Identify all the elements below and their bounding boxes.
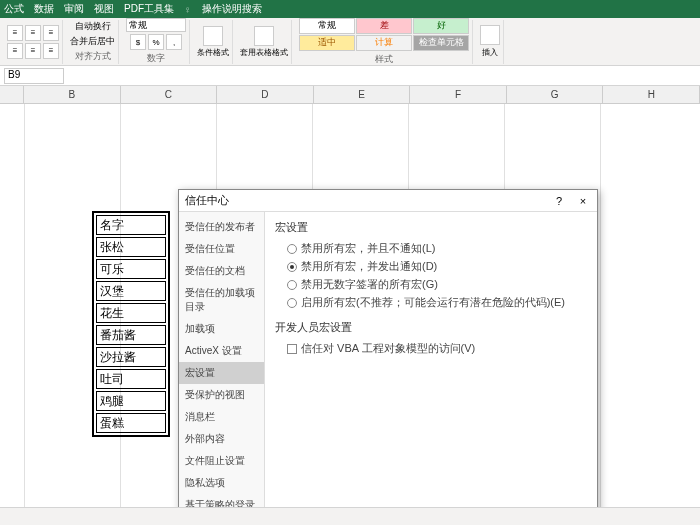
style-normal[interactable]: 常规 [299, 18, 355, 34]
menu-item[interactable]: 操作说明搜索 [202, 2, 262, 16]
col-header[interactable]: H [603, 86, 700, 103]
style-calc[interactable]: 计算 [356, 35, 412, 51]
radio-label: 禁用所有宏，并且不通知(L) [301, 241, 435, 256]
radio-option[interactable]: 启用所有宏(不推荐；可能会运行有潜在危险的代码)(E) [287, 295, 587, 310]
style-good[interactable]: 好 [413, 18, 469, 34]
name-box[interactable]: B9 [4, 68, 64, 84]
cell[interactable]: 番茄酱 [96, 325, 166, 345]
section-heading: 宏设置 [275, 220, 587, 235]
radio-label: 启用所有宏(不推荐；可能会运行有潜在危险的代码)(E) [301, 295, 565, 310]
group-label: 对齐方式 [75, 50, 111, 63]
cell[interactable]: 沙拉酱 [96, 347, 166, 367]
group-label: 样式 [375, 53, 393, 66]
menu-item[interactable]: PDF工具集 [124, 2, 174, 16]
merge-button[interactable]: 合并后居中 [70, 35, 115, 48]
align-right-icon[interactable]: ≡ [43, 25, 59, 41]
table-format-label: 套用表格格式 [240, 47, 288, 58]
col-header[interactable]: E [314, 86, 411, 103]
table-format-icon[interactable] [254, 26, 274, 46]
menubar: 公式 数据 审阅 视图 PDF工具集 ♀ 操作说明搜索 [0, 0, 700, 18]
dialog-nav: 受信任的发布者 受信任位置 受信任的文档 受信任的加载项目录 加载项 Activ… [179, 212, 265, 522]
section-heading: 开发人员宏设置 [275, 320, 587, 335]
nav-item-selected[interactable]: 宏设置 [179, 362, 264, 384]
formula-bar: B9 [0, 66, 700, 86]
menu-item[interactable]: 数据 [34, 2, 54, 16]
spreadsheet-grid[interactable]: 名字 张松 可乐 汉堡 花生 番茄酱 沙拉酱 吐司 鸡腿 蛋糕 信任中心 ? ×… [0, 104, 700, 523]
cell[interactable]: 花生 [96, 303, 166, 323]
radio-option[interactable]: 禁用所有宏，并且不通知(L) [287, 241, 587, 256]
data-table: 名字 张松 可乐 汉堡 花生 番茄酱 沙拉酱 吐司 鸡腿 蛋糕 [92, 211, 170, 437]
nav-item[interactable]: 加载项 [179, 318, 264, 340]
nav-item[interactable]: 文件阻止设置 [179, 450, 264, 472]
cond-format-icon[interactable] [203, 26, 223, 46]
ribbon: ≡ ≡ ≡ ≡ ≡ ≡ 自动换行 合并后居中 对齐方式 常规 $ % , 数字 … [0, 18, 700, 66]
group-label: 数字 [147, 52, 165, 65]
currency-icon[interactable]: $ [130, 34, 146, 50]
cell[interactable]: 吐司 [96, 369, 166, 389]
indent-icon[interactable]: ≡ [43, 43, 59, 59]
nav-item[interactable]: 消息栏 [179, 406, 264, 428]
percent-icon[interactable]: % [148, 34, 164, 50]
col-header[interactable]: G [507, 86, 604, 103]
dialog-titlebar: 信任中心 ? × [179, 190, 597, 212]
column-headers: B C D E F G H [0, 86, 700, 104]
nav-item[interactable]: 受信任的文档 [179, 260, 264, 282]
menu-item[interactable]: 公式 [4, 2, 24, 16]
insert-icon[interactable] [480, 25, 500, 45]
menu-item[interactable]: 审阅 [64, 2, 84, 16]
indent-icon[interactable]: ≡ [7, 43, 23, 59]
menu-item[interactable]: 视图 [94, 2, 114, 16]
cell[interactable]: 名字 [96, 215, 166, 235]
cell[interactable]: 鸡腿 [96, 391, 166, 411]
comma-icon[interactable]: , [166, 34, 182, 50]
radio-label: 禁用无数字签署的所有宏(G) [301, 277, 438, 292]
nav-item[interactable]: 隐私选项 [179, 472, 264, 494]
wrap-text-button[interactable]: 自动换行 [75, 20, 111, 33]
style-check[interactable]: 检查单元格 [413, 35, 469, 51]
radio-option[interactable]: 禁用所有宏，并发出通知(D) [287, 259, 587, 274]
indent-icon[interactable]: ≡ [25, 43, 41, 59]
nav-item[interactable]: 外部内容 [179, 428, 264, 450]
dialog-content: 宏设置 禁用所有宏，并且不通知(L) 禁用所有宏，并发出通知(D) 禁用无数字签… [265, 212, 597, 522]
cell[interactable]: 可乐 [96, 259, 166, 279]
cond-format-label: 条件格式 [197, 47, 229, 58]
cell[interactable]: 蛋糕 [96, 413, 166, 433]
close-icon[interactable]: × [575, 195, 591, 207]
nav-item[interactable]: 受保护的视图 [179, 384, 264, 406]
number-format-select[interactable]: 常规 [126, 18, 186, 32]
cell[interactable]: 汉堡 [96, 281, 166, 301]
cell[interactable]: 张松 [96, 237, 166, 257]
align-center-icon[interactable]: ≡ [25, 25, 41, 41]
col-header[interactable]: B [24, 86, 121, 103]
nav-item[interactable]: 受信任的加载项目录 [179, 282, 264, 318]
radio-label: 禁用所有宏，并发出通知(D) [301, 259, 437, 274]
col-header[interactable]: D [217, 86, 314, 103]
insert-label: 插入 [482, 47, 498, 58]
checkbox-label: 信任对 VBA 工程对象模型的访问(V) [301, 341, 475, 356]
radio-option[interactable]: 禁用无数字签署的所有宏(G) [287, 277, 587, 292]
style-neutral[interactable]: 适中 [299, 35, 355, 51]
nav-item[interactable]: 受信任位置 [179, 238, 264, 260]
status-bar [0, 507, 700, 525]
dialog-title: 信任中心 [185, 193, 229, 208]
nav-item[interactable]: 受信任的发布者 [179, 216, 264, 238]
checkbox-option[interactable]: 信任对 VBA 工程对象模型的访问(V) [287, 341, 587, 356]
help-icon[interactable]: ? [551, 195, 567, 207]
align-left-icon[interactable]: ≡ [7, 25, 23, 41]
trust-center-dialog: 信任中心 ? × 受信任的发布者 受信任位置 受信任的文档 受信任的加载项目录 … [178, 189, 598, 525]
col-header[interactable]: F [410, 86, 507, 103]
col-header[interactable]: C [121, 86, 218, 103]
style-bad[interactable]: 差 [356, 18, 412, 34]
nav-item[interactable]: ActiveX 设置 [179, 340, 264, 362]
